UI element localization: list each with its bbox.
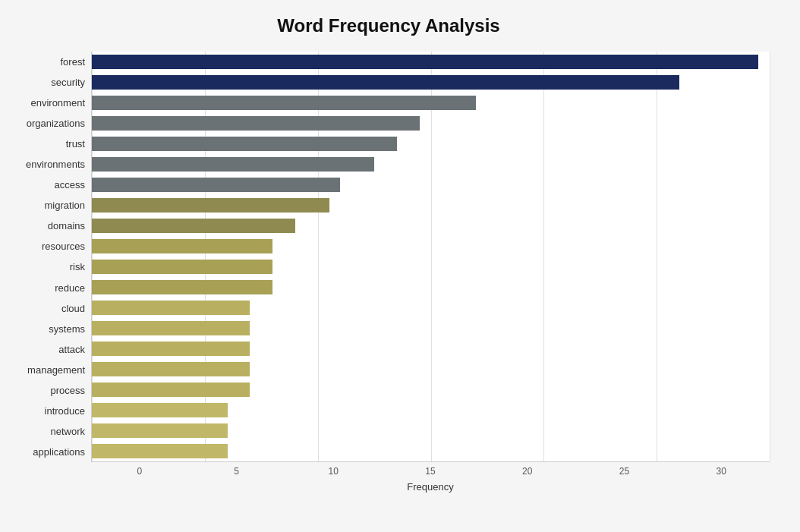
bar-row <box>92 175 770 195</box>
bar-row <box>92 134 770 154</box>
bar-row <box>92 216 770 236</box>
y-label: environments <box>8 159 85 169</box>
bar-row <box>92 72 770 93</box>
bar-row <box>92 379 770 400</box>
x-axis: 051015202530 <box>91 462 770 477</box>
y-label: forest <box>8 57 85 67</box>
bar <box>92 403 228 417</box>
bar-row <box>92 257 770 277</box>
grid-line <box>770 52 770 461</box>
bar <box>92 342 250 355</box>
chart-container: Word Frequency Analysis forestsecurityen… <box>0 0 800 532</box>
y-label: trust <box>8 139 85 149</box>
x-tick: 25 <box>576 466 673 477</box>
bar <box>92 444 228 458</box>
chart-title: Word Frequency Analysis <box>8 15 770 36</box>
bar-row <box>92 195 770 216</box>
y-label: systems <box>8 324 85 334</box>
y-label: access <box>8 180 85 190</box>
y-label: resources <box>8 241 85 251</box>
bar-row <box>92 297 770 318</box>
y-label: domains <box>8 221 85 231</box>
x-tick: 15 <box>382 466 479 477</box>
bar <box>92 75 679 89</box>
x-tick: 20 <box>479 466 576 477</box>
y-axis-labels: forestsecurityenvironmentorganizationstr… <box>8 52 91 462</box>
bar-row <box>92 420 770 441</box>
bar-row <box>92 52 770 72</box>
bar <box>92 55 758 68</box>
bar-row <box>92 318 770 338</box>
y-label: security <box>8 77 85 87</box>
y-label: network <box>8 427 85 436</box>
x-tick: 30 <box>672 466 770 477</box>
y-label: environment <box>8 98 85 108</box>
bar-row <box>92 277 770 297</box>
bar <box>92 362 250 376</box>
y-label: attack <box>8 345 85 354</box>
bar <box>92 321 250 335</box>
y-label: cloud <box>8 304 85 313</box>
bar-row <box>92 441 770 461</box>
bar <box>92 239 272 253</box>
bar-row <box>92 113 770 134</box>
y-label: applications <box>8 447 85 457</box>
bar-row <box>92 154 770 175</box>
bar <box>92 382 250 396</box>
bar <box>92 198 329 212</box>
bar <box>92 96 476 109</box>
bottom-section: 051015202530 Frequency <box>91 462 770 493</box>
y-label: reduce <box>8 283 85 293</box>
y-label: management <box>8 365 85 375</box>
bar <box>92 137 397 150</box>
bar <box>92 301 250 314</box>
y-label: introduce <box>8 406 85 416</box>
x-tick: 5 <box>188 466 285 477</box>
bar <box>92 260 272 273</box>
bars-section <box>91 52 770 462</box>
x-tick: 0 <box>91 466 188 477</box>
bar <box>92 116 420 130</box>
bar <box>92 178 340 191</box>
chart-area: forestsecurityenvironmentorganizationstr… <box>8 52 770 462</box>
bar-row <box>92 236 770 257</box>
x-tick: 10 <box>285 466 382 477</box>
bar-row <box>92 400 770 420</box>
y-label: risk <box>8 262 85 272</box>
bar-row <box>92 338 770 359</box>
bar <box>92 280 272 294</box>
y-label: migration <box>8 200 85 210</box>
bar <box>92 423 228 437</box>
bars-wrapper <box>91 52 770 462</box>
y-label: organizations <box>8 118 85 128</box>
y-label: process <box>8 386 85 395</box>
bar-row <box>92 93 770 113</box>
bar <box>92 157 374 171</box>
bar-row <box>92 359 770 379</box>
bar <box>92 219 295 232</box>
x-axis-label: Frequency <box>91 481 770 493</box>
